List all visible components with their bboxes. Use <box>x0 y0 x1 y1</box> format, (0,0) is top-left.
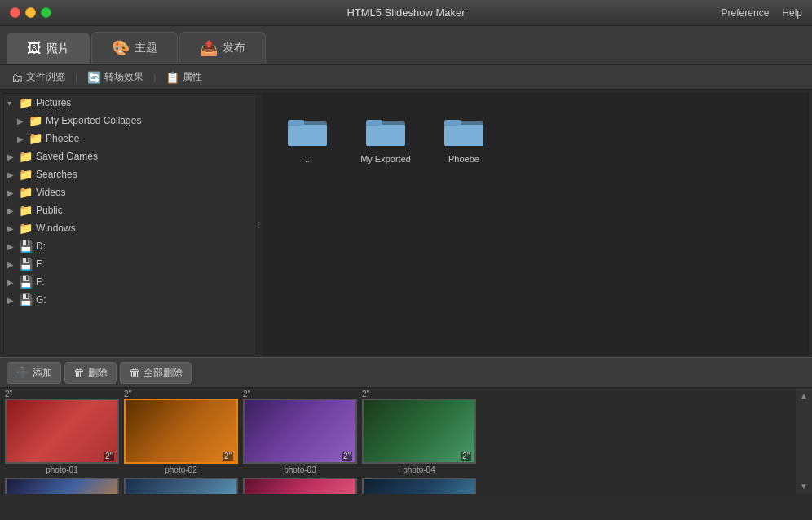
photo-07-thumb[interactable] <box>243 478 357 494</box>
maximize-button[interactable] <box>41 7 51 18</box>
photo-item-07[interactable]: ⚙ <box>243 478 357 494</box>
tree-label-searches: Searches <box>36 169 77 180</box>
photo-04-thumb[interactable]: 2" <box>362 399 476 464</box>
close-button[interactable] <box>10 7 20 18</box>
add-icon: ➕ <box>15 366 29 379</box>
file-browser[interactable]: .. My Exported Phoebe <box>262 94 808 355</box>
main-tabs: 🖼 照片 🎨 主题 📤 发布 <box>0 26 812 65</box>
scroll-down-arrow[interactable]: ▼ <box>800 482 808 491</box>
photo-02-thumb[interactable]: 2" <box>124 399 238 464</box>
photo-item-02[interactable]: 2" 2" photo-02 <box>124 390 238 474</box>
photo-item-05[interactable]: ⚙ <box>5 478 119 494</box>
scroll-up-arrow[interactable]: ▲ <box>800 391 808 400</box>
traffic-lights <box>10 7 51 18</box>
tree-arrow-searches: ▶ <box>7 170 15 179</box>
photo-01-dur-bottom: 2" <box>104 452 114 461</box>
photo-item-04[interactable]: 2" 2" photo-04 <box>362 390 476 474</box>
tree-icon-videos: 📁 <box>19 186 33 199</box>
photo-03-name: photo-03 <box>284 465 316 474</box>
add-label: 添加 <box>33 366 52 380</box>
add-button[interactable]: ➕ 添加 <box>7 362 61 384</box>
photo-item-06[interactable]: ⚙ <box>124 478 238 494</box>
tree-label-d: D: <box>36 240 46 252</box>
delete-button[interactable]: 🗑 删除 <box>64 362 117 384</box>
file-tree[interactable]: ▾ 📁 Pictures ▶ 📁 My Exported Collages ▶ … <box>4 94 257 355</box>
photo-01-dur-top: 2" <box>5 390 12 399</box>
tree-arrow-e: ▶ <box>7 260 15 269</box>
photo-06-thumb[interactable] <box>124 478 238 494</box>
themes-tab-icon: 🎨 <box>112 39 130 57</box>
tree-item-f[interactable]: ▶ 💾 F: <box>4 273 256 291</box>
delete-all-icon: 🗑 <box>129 366 140 379</box>
folder-label-phoebe: Phoebe <box>448 154 479 164</box>
publish-tab-icon: 📤 <box>200 39 218 57</box>
menu-right: Preference Help <box>722 7 802 19</box>
transitions-btn[interactable]: 🔄 转场效果 <box>82 68 148 86</box>
folder-item-phoebe[interactable]: Phoebe <box>431 107 496 170</box>
tree-icon-g: 💾 <box>19 293 33 306</box>
folder-icon-phoebe <box>443 113 485 149</box>
tree-arrow-g: ▶ <box>7 296 15 305</box>
tree-item-windows[interactable]: ▶ 📁 Windows <box>4 219 256 237</box>
toolbar: 🗂 文件浏览 | 🔄 转场效果 | 📋 属性 <box>0 65 812 90</box>
tree-icon-f: 💾 <box>19 275 33 289</box>
delete-all-button[interactable]: 🗑 全部删除 <box>120 362 192 384</box>
svg-rect-5 <box>366 120 382 126</box>
properties-icon: 📋 <box>165 71 179 84</box>
minimize-button[interactable] <box>25 7 36 18</box>
toolbar-sep-2: | <box>153 72 156 83</box>
svg-rect-8 <box>444 120 461 126</box>
publish-tab-label: 发布 <box>223 41 245 55</box>
delete-icon: 🗑 <box>73 366 85 379</box>
tree-item-saved-games[interactable]: ▶ 📁 Saved Games <box>4 148 256 165</box>
tree-label-public: Public <box>36 205 63 216</box>
tree-icon-searches: 📁 <box>19 168 33 181</box>
tree-item-my-exported-collages[interactable]: ▶ 📁 My Exported Collages <box>4 112 256 130</box>
tab-photos[interactable]: 🖼 照片 <box>7 33 90 64</box>
transitions-label: 转场效果 <box>104 70 143 84</box>
tree-item-public[interactable]: ▶ 📁 Public <box>4 201 256 219</box>
tab-publish[interactable]: 📤 发布 <box>179 32 266 64</box>
tab-themes[interactable]: 🎨 主题 <box>91 32 178 64</box>
photo-item-03[interactable]: 2" 2" photo-03 <box>243 390 357 474</box>
tree-item-searches[interactable]: ▶ 📁 Searches <box>4 165 256 183</box>
photo-item-01[interactable]: 2" 2" photo-01 <box>5 390 119 474</box>
preference-menu[interactable]: Preference <box>722 7 770 19</box>
app-title: HTML5 Slideshow Maker <box>346 7 465 19</box>
tree-arrow-phoebe: ▶ <box>17 134 25 143</box>
file-browser-btn[interactable]: 🗂 文件浏览 <box>7 68 70 86</box>
properties-btn[interactable]: 📋 属性 <box>161 68 207 86</box>
strip-scrollbar[interactable]: ▲ ▼ <box>796 388 812 494</box>
tree-arrow-saved-games: ▶ <box>7 152 15 161</box>
tree-arrow-windows: ▶ <box>7 224 15 233</box>
tree-arrow-public: ▶ <box>7 206 15 215</box>
tree-item-phoebe[interactable]: ▶ 📁 Phoebe <box>4 130 256 148</box>
photo-03-dur-top: 2" <box>243 390 250 399</box>
photo-item-08[interactable]: ⚙ <box>362 478 476 494</box>
tree-item-pictures[interactable]: ▾ 📁 Pictures <box>4 94 256 112</box>
tree-arrow-videos: ▶ <box>7 188 15 197</box>
photo-strip-row1: 2" 2" photo-01 2" 2" photo-02 2" 2" phot… <box>0 388 812 476</box>
tree-label-phoebe: Phoebe <box>46 133 79 144</box>
tree-item-e[interactable]: ▶ 💾 E: <box>4 255 256 273</box>
photos-tab-icon: 🖼 <box>27 40 42 57</box>
photos-tab-label: 照片 <box>46 42 69 56</box>
tree-item-videos[interactable]: ▶ 📁 Videos <box>4 183 256 201</box>
folder-item-parent[interactable]: .. <box>275 107 340 170</box>
themes-tab-label: 主题 <box>135 41 157 55</box>
photo-08-thumb[interactable] <box>362 478 476 494</box>
folder-item-my-exported[interactable]: My Exported <box>353 107 418 170</box>
folder-label-parent: .. <box>305 154 310 164</box>
help-menu[interactable]: Help <box>782 7 802 19</box>
photo-05-thumb[interactable] <box>5 478 119 494</box>
svg-rect-7 <box>444 125 483 146</box>
folder-icon-my-exported <box>364 113 407 149</box>
delete-label: 删除 <box>88 366 108 380</box>
titlebar: HTML5 Slideshow Maker Preference Help <box>0 0 812 26</box>
tree-item-g[interactable]: ▶ 💾 G: <box>4 291 256 309</box>
file-browser-icon: 🗂 <box>11 71 23 84</box>
photo-02-dur-top: 2" <box>124 390 131 399</box>
photo-03-thumb[interactable]: 2" <box>243 399 357 464</box>
photo-01-thumb[interactable]: 2" <box>5 399 119 464</box>
tree-item-d[interactable]: ▶ 💾 D: <box>4 237 256 255</box>
